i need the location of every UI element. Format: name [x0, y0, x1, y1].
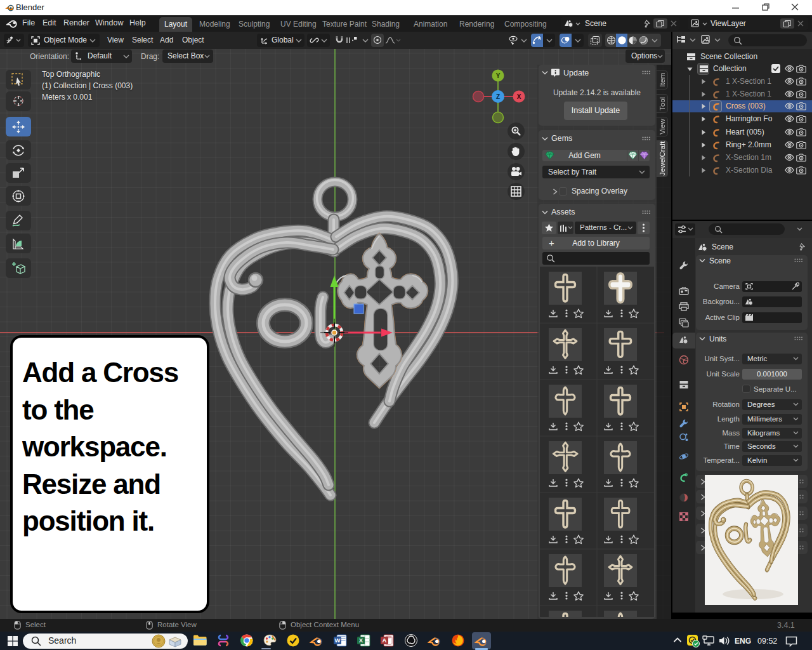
svg-text:W: W [335, 637, 341, 644]
svg-text:A: A [383, 637, 387, 644]
svg-text:X: X [359, 637, 363, 644]
